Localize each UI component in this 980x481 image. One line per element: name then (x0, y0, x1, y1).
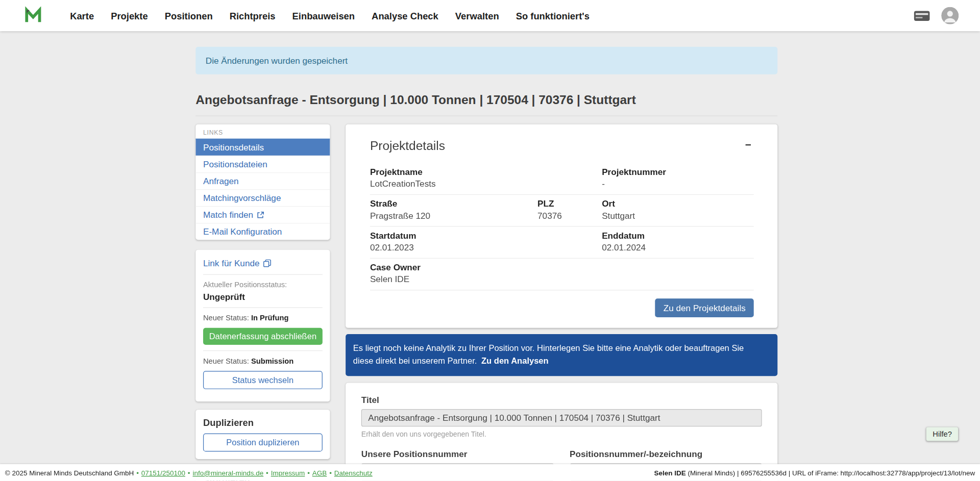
page-title: Angebotsanfrage - Entsorgung | 10.000 To… (195, 93, 777, 107)
current-status-section: Aktueller Positionsstatus: Ungeprüft (203, 274, 323, 308)
duplicate-card: Duplizieren Position duplizieren (195, 410, 330, 459)
footer-separator: • (136, 469, 139, 476)
success-alert: Die Änderungen wurden gespeichert (195, 47, 777, 74)
copy-icon (263, 259, 272, 267)
project-details-card: Projektdetails − Projektname LotCreation… (346, 124, 777, 328)
titel-label: Titel (361, 394, 762, 404)
zu-den-projektdetails-button[interactable]: Zu den Projektdetails (655, 298, 754, 317)
project-details-header: Projektdetails − (370, 139, 754, 153)
links-header: LINKS (195, 124, 330, 139)
nav-item-projekte[interactable]: Projekte (111, 10, 148, 21)
field-value: LotCreationTests (370, 179, 602, 189)
footer: © 2025 Mineral Minds Deutschland GmbH • … (0, 464, 980, 481)
analytics-banner: Es liegt noch keine Analytik zu Ihrer Po… (346, 334, 777, 375)
card-reader-icon[interactable] (914, 10, 930, 21)
footer-datenschutz-link[interactable]: Datenschutz (334, 469, 373, 476)
datenerfassung-abschliessen-button[interactable]: Datenerfassung abschließen (203, 328, 323, 345)
footer-impressum-link[interactable]: Impressum (271, 469, 305, 476)
next-status-line: Neuer Status: Submission (203, 357, 323, 365)
sidebar-item-matchingvorschlaege[interactable]: Matchingvorschläge (195, 189, 330, 206)
next-status-pruefung-section: Neuer Status: In Prüfung Datenerfassung … (203, 307, 323, 350)
footer-phone-link[interactable]: 07151/250100 (141, 469, 185, 476)
next-status-submission-section: Neuer Status: Submission Status wechseln (203, 350, 323, 395)
field-row: Case Owner Selen IDE (370, 259, 754, 290)
field-ort: Ort Stuttgart (602, 198, 754, 220)
sidebar-item-positionsdetails[interactable]: Positionsdetails (195, 139, 330, 156)
nav-item-karte[interactable]: Karte (70, 10, 94, 21)
nav-menu: Karte Projekte Positionen Richtpreis Ein… (70, 10, 590, 21)
footer-left: © 2025 Mineral Minds Deutschland GmbH • … (5, 469, 373, 476)
footer-separator: • (329, 469, 332, 476)
titel-helper: Erhält den von uns vorgegebenen Titel. (361, 430, 762, 438)
field-value: Pragstraße 120 (370, 211, 537, 221)
field-label: PLZ (537, 198, 602, 209)
status-wechseln-button[interactable]: Status wechseln (203, 371, 323, 389)
position-duplizieren-button[interactable]: Position duplizieren (203, 434, 323, 452)
mineral-minds-logo[interactable] (24, 6, 43, 25)
field-projektname: Projektname LotCreationTests (370, 167, 602, 189)
footer-email-link[interactable]: info@mineral-minds.de (192, 469, 263, 476)
project-actions: Zu den Projektdetails (370, 298, 754, 317)
customer-link-section: Link für Kunde (203, 257, 323, 274)
nav-item-so-funktionierts[interactable]: So funktioniert's (516, 10, 590, 21)
main-content: Projektdetails − Projektname LotCreation… (346, 124, 777, 481)
footer-separator: • (188, 469, 190, 476)
user-avatar[interactable] (941, 7, 959, 24)
footer-user-info: Selen IDE (Mineral Minds) | 69576255536d… (654, 469, 975, 476)
zu-den-analysen-link[interactable]: Zu den Analysen (481, 356, 549, 365)
field-enddatum: Enddatum 02.01.2024 (602, 231, 754, 252)
field-row: Straße Pragstraße 120 PLZ 70376 Ort Stut… (370, 195, 754, 226)
current-status-label: Aktueller Positionsstatus: (203, 281, 323, 289)
sidebar-item-label: Positionsdateien (203, 159, 267, 169)
nav-item-analyse-check[interactable]: Analyse Check (372, 10, 438, 21)
footer-user-details: (Mineral Minds) | 69576255536d | URL of … (686, 469, 975, 476)
titel-group: Titel Erhält den von uns vorgegebenen Ti… (361, 394, 762, 437)
customer-link[interactable]: Link für Kunde (203, 258, 272, 268)
sidebar-item-positionsdateien[interactable]: Positionsdateien (195, 156, 330, 172)
nav-item-verwalten[interactable]: Verwalten (455, 10, 499, 21)
page-container: Die Änderungen wurden gespeichert Angebo… (195, 47, 777, 481)
field-strasse: Straße Pragstraße 120 (370, 198, 537, 220)
project-fields: Projektname LotCreationTests Projektnumm… (370, 163, 754, 291)
person-icon (941, 7, 959, 24)
nav-item-positionen[interactable]: Positionen (165, 10, 213, 21)
sidebar-item-anfragen[interactable]: Anfragen (195, 172, 330, 189)
field-label: Enddatum (602, 231, 754, 241)
field-row: Projektname LotCreationTests Projektnumm… (370, 163, 754, 195)
sidebar-item-email-konfiguration[interactable]: E-Mail Konfiguration (195, 223, 330, 240)
field-row: Startdatum 02.01.2023 Enddatum 02.01.202… (370, 226, 754, 258)
top-navbar: Karte Projekte Positionen Richtpreis Ein… (0, 0, 980, 31)
field-value: Stuttgart (602, 211, 754, 221)
field-startdatum: Startdatum 02.01.2023 (370, 231, 602, 252)
nav-item-einbauweisen[interactable]: Einbauweisen (292, 10, 355, 21)
app-canvas: Karte Projekte Positionen Richtpreis Ein… (0, 0, 980, 481)
collapse-button[interactable]: − (743, 139, 754, 152)
links-card: LINKS Positionsdetails Positionsdateien … (195, 124, 330, 240)
footer-separator: • (266, 469, 268, 476)
titel-input (361, 409, 762, 426)
position-number-label: Positionsnummer/-bezeichnung (570, 449, 762, 459)
alert-message: Die Änderungen wurden gespeichert (206, 56, 348, 66)
next-status-label: Neuer Status: (203, 357, 249, 365)
field-value: 02.01.2023 (370, 242, 602, 252)
sidebar-item-label: Positionsdetails (203, 142, 264, 153)
field-label: Startdatum (370, 231, 602, 241)
footer-agb-link[interactable]: AGB (312, 469, 327, 476)
external-link-icon (257, 211, 264, 219)
project-details-title: Projektdetails (370, 139, 445, 153)
field-projektnummer: Projektnummer - (602, 167, 754, 189)
sidebar-item-match-finden[interactable]: Match finden (195, 206, 330, 223)
field-value: Selen IDE (370, 274, 602, 285)
nav-item-richtpreis[interactable]: Richtpreis (230, 10, 276, 21)
sidebar-item-label: Anfragen (203, 176, 239, 186)
current-status-value: Ungeprüft (203, 292, 323, 302)
field-value: 70376 (537, 211, 602, 221)
logo-m-icon (24, 6, 43, 25)
navbar-right (914, 7, 967, 24)
our-number-label: Unsere Positionsnummer (361, 449, 554, 459)
sidebar-item-label: Matchingvorschläge (203, 193, 281, 203)
field-label: Projektname (370, 167, 602, 177)
sidebar-item-label: Match finden (203, 210, 253, 220)
help-button[interactable]: Hilfe? (926, 427, 958, 441)
next-status-label: Neuer Status: (203, 314, 249, 322)
